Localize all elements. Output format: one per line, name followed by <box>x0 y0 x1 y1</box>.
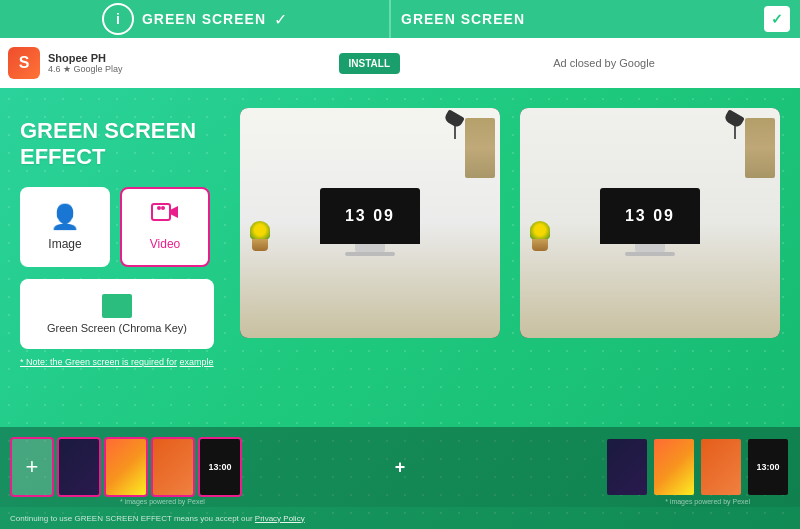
ad-app-rating: 4.6 ★ Google Play <box>48 64 331 74</box>
note-link[interactable]: example <box>180 357 214 367</box>
header-right: GREEN SCREEN ✓ <box>391 0 800 38</box>
mode-buttons: 👤 Image Video <box>20 187 240 267</box>
monitor-right: 13 09 <box>600 188 700 258</box>
right-video-preview: 13 09 <box>520 108 780 338</box>
video-mode-button[interactable]: Video <box>120 187 210 267</box>
ad-install-button[interactable]: INSTALL <box>339 53 400 74</box>
green-screen-button[interactable]: Green Screen (Chroma Key) <box>20 279 214 349</box>
header-left-title: GREEN SCREEN <box>142 11 266 27</box>
bookshelf-right <box>745 118 775 178</box>
header-left: i GREEN SCREEN ✓ <box>0 0 389 38</box>
page-wrapper: i GREEN SCREEN ✓ GREEN SCREEN ✓ S Shopee… <box>0 0 800 529</box>
info-icon[interactable]: i <box>102 3 134 35</box>
bottom-thumbnails-left: + 13:00 <box>10 437 385 497</box>
powered-by-left: * images powered by Pexel <box>120 498 205 505</box>
main-content: GREEN SCREEN EFFECT 👤 Image <box>0 88 800 427</box>
bottom-strip: + 13:00 + <box>0 427 800 507</box>
left-panel: GREEN SCREEN EFFECT 👤 Image <box>20 108 240 417</box>
ad-app-name: Shopee PH <box>48 52 331 64</box>
thumb-item-r1[interactable] <box>605 437 649 497</box>
thumb-item-1[interactable] <box>57 437 101 497</box>
header: i GREEN SCREEN ✓ GREEN SCREEN ✓ <box>0 0 800 38</box>
note-text: * Note: the Green screen is required for… <box>20 357 240 367</box>
bookshelf-left <box>465 118 495 178</box>
ad-app-icon: S <box>8 47 40 79</box>
bottom-divider: + <box>390 457 410 478</box>
bottom-thumbnails-right: 13:00 <box>415 437 790 497</box>
ad-app-info: Shopee PH 4.6 ★ Google Play <box>48 52 331 74</box>
ad-left: S Shopee PH 4.6 ★ Google Play INSTALL <box>0 38 408 88</box>
plant-right <box>530 221 550 251</box>
powered-by-right: * images powered by Pexel <box>665 498 750 505</box>
left-video-preview: 13 09 <box>240 108 500 338</box>
image-mode-button[interactable]: 👤 Image <box>20 187 110 267</box>
thumb-clock-right: 13:00 <box>748 439 788 495</box>
lamp-left <box>445 113 465 143</box>
header-left-check: ✓ <box>274 10 287 29</box>
thumb-item-4[interactable]: 13:00 <box>198 437 242 497</box>
green-screen-icon <box>102 294 132 318</box>
header-check-box[interactable]: ✓ <box>764 6 790 32</box>
monitor-left: 13 09 <box>320 188 420 258</box>
footer-text: Continuing to use GREEN SCREEN EFFECT me… <box>10 514 253 523</box>
video-icon <box>151 203 179 231</box>
footer: Continuing to use GREEN SCREEN EFFECT me… <box>0 507 800 529</box>
thumb-item-3[interactable] <box>151 437 195 497</box>
add-media-button-left[interactable]: + <box>10 437 54 497</box>
ad-bar: S Shopee PH 4.6 ★ Google Play INSTALL Ad… <box>0 38 800 88</box>
privacy-policy-link[interactable]: Privacy Policy <box>255 514 305 523</box>
header-right-title: GREEN SCREEN <box>401 11 525 27</box>
thumb-item-r4[interactable]: 13:00 <box>746 437 790 497</box>
image-label: Image <box>48 237 81 251</box>
header-check-icon: ✓ <box>771 11 783 27</box>
green-screen-label: Green Screen (Chroma Key) <box>47 322 187 334</box>
left-desk-scene: 13 09 <box>240 108 500 338</box>
svg-point-2 <box>161 206 165 210</box>
svg-point-1 <box>157 206 161 210</box>
ad-closed: Ad closed by Google <box>408 38 800 88</box>
image-icon: 👤 <box>50 203 80 231</box>
right-panel: 13 09 <box>240 108 780 417</box>
plant-left <box>250 221 270 251</box>
thumb-clock-left: 13:00 <box>200 439 240 495</box>
lamp-right <box>725 113 745 143</box>
thumb-item-2[interactable] <box>104 437 148 497</box>
video-label: Video <box>150 237 180 251</box>
thumb-item-r2[interactable] <box>652 437 696 497</box>
video-previews: 13 09 <box>240 108 780 338</box>
effect-title: GREEN SCREEN EFFECT <box>20 118 240 171</box>
monitor-screen-right: 13 09 <box>600 188 700 244</box>
thumb-item-r3[interactable] <box>699 437 743 497</box>
right-desk-scene: 13 09 <box>520 108 780 338</box>
monitor-screen-left: 13 09 <box>320 188 420 244</box>
svg-rect-0 <box>152 204 170 220</box>
